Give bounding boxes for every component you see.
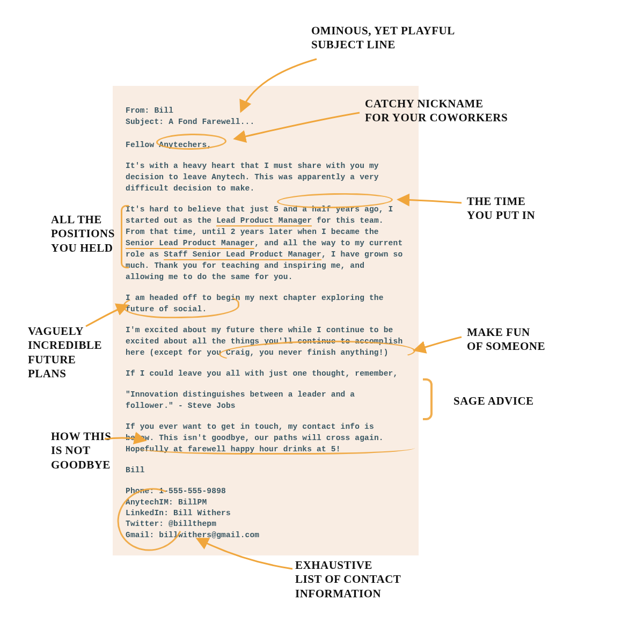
anno-notgoodbye: HOW THIS IS NOT GOODBYE — [51, 429, 111, 472]
highlight-sage-advice — [423, 378, 433, 420]
role-3: Staff Senior Lead Product Manager — [164, 250, 321, 260]
arrow-mock — [416, 337, 462, 350]
email-p1: It's with a heavy heart that I must shar… — [126, 160, 406, 194]
highlight-not-goodbye — [136, 438, 415, 455]
email-card: From: Bill Subject: A Fond Farewell... F… — [113, 86, 419, 555]
anno-mock: MAKE FUN OF SOMEONE — [467, 325, 545, 354]
from-label: From: — [126, 106, 154, 115]
anno-advice: SAGE ADVICE — [453, 394, 534, 408]
anno-nickname: CATCHY NICKNAME FOR YOUR COWORKERS — [365, 97, 508, 125]
anno-plans: VAGUELY INCREDIBLE FUTURE PLANS — [28, 324, 102, 380]
email-quote: "Innovation distinguishes between a lead… — [126, 389, 406, 412]
role-2: Senior Lead Product Manager — [126, 239, 254, 249]
anno-tenure: THE TIME YOU PUT IN — [467, 194, 535, 223]
anno-contacts: EXHAUSTIVE LIST OF CONTACT INFORMATION — [295, 558, 401, 601]
anno-positions: ALL THE POSITIONS YOU HELD — [51, 213, 115, 255]
email-signoff: Bill — [126, 465, 406, 476]
subject-value: A Fond Farewell... — [169, 118, 254, 126]
from-value: Bill — [154, 106, 173, 115]
highlight-positions — [121, 205, 129, 268]
subject-label: Subject: — [126, 118, 169, 126]
greeting-pre: Fellow — [126, 141, 159, 149]
email-subject-line: Subject: A Fond Farewell... — [126, 116, 406, 128]
email-p5: If I could leave you all with just one t… — [126, 368, 406, 379]
role-1: Lead Product Manager — [216, 216, 312, 226]
email-p2: It's hard to believe that just 5 and a h… — [126, 204, 406, 283]
anno-subject: OMINOUS, YET PLAYFUL SUBJECT LINE — [311, 24, 455, 52]
email-from-line: From: Bill — [126, 105, 406, 116]
